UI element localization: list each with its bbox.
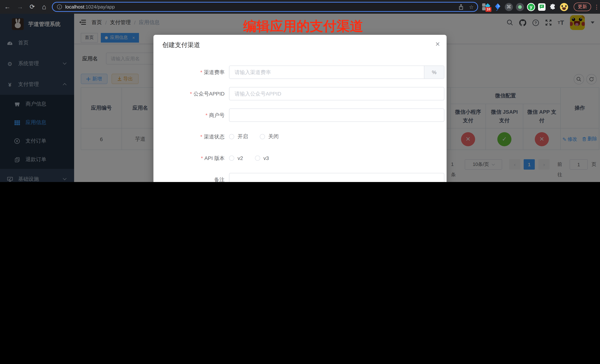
url-text[interactable]: localhost:1024/pay/app <box>65 4 115 10</box>
extension-kite-icon[interactable] <box>493 3 502 11</box>
api-version-label: *API 版本 <box>153 151 225 165</box>
status-radio-open[interactable]: 开启 <box>229 133 248 140</box>
appid-label: *公众号APPID <box>153 87 225 100</box>
rate-suffix: % <box>424 66 444 79</box>
extension-chat-icon[interactable] <box>538 3 545 10</box>
app-region: 芋道管理系统 首页 ⚙ 系统管理 ¥ 支付管理 <box>0 14 600 182</box>
browser-home-icon[interactable]: ⌂ <box>39 0 49 14</box>
extension-green-dot-icon[interactable] <box>516 3 524 11</box>
api-radio-v2[interactable]: v2 <box>229 155 243 161</box>
merchant-input[interactable] <box>229 109 444 122</box>
share-icon[interactable] <box>459 4 464 10</box>
profile-avatar-icon[interactable] <box>560 3 568 11</box>
rate-input[interactable] <box>229 66 424 79</box>
rate-label: *渠道费率 <box>153 65 225 79</box>
create-payment-channel-dialog: 创建支付渠道 × *渠道费率 % *公众号APPID *商户号 *渠道状态 <box>153 35 447 182</box>
site-info-icon[interactable]: i <box>57 4 62 9</box>
extension-blue-diamond-icon[interactable]: 10 <box>482 3 490 11</box>
url-bar[interactable]: i localhost:1024/pay/app ☆ <box>52 2 478 12</box>
remark-label: 备注 <box>153 173 225 182</box>
merchant-label: *商户号 <box>153 109 225 122</box>
extension-y-icon[interactable]: y <box>527 3 535 11</box>
browser-back-icon[interactable]: ← <box>2 0 13 14</box>
browser-update-button[interactable]: 更新 <box>574 3 591 11</box>
radio-circle-icon <box>255 155 260 161</box>
status-label: *渠道状态 <box>153 130 225 143</box>
extensions-puzzle-icon[interactable] <box>548 3 557 11</box>
appid-input[interactable] <box>229 87 444 100</box>
api-radio-v3[interactable]: v3 <box>255 155 269 161</box>
dialog-close-icon[interactable]: × <box>435 40 440 48</box>
browser-reload-icon[interactable]: ⟳ <box>27 0 38 14</box>
bookmark-star-icon[interactable]: ☆ <box>469 4 474 10</box>
screen: ← → ⟳ ⌂ i localhost:1024/pay/app ☆ 10 ⌘ <box>0 0 600 182</box>
radio-circle-icon <box>229 155 234 161</box>
radio-circle-icon <box>260 134 265 139</box>
dialog-title: 创建支付渠道 <box>162 41 200 49</box>
browser-menu-icon[interactable]: ⋮ <box>594 0 600 14</box>
radio-circle-icon <box>229 134 234 139</box>
annotation-title: 编辑应用的支付渠道 <box>243 18 363 36</box>
remark-input[interactable] <box>229 173 444 182</box>
extension-icons: 10 ⌘ y <box>482 0 568 14</box>
extension-badge: 10 <box>486 7 491 12</box>
browser-toolbar: ← → ⟳ ⌂ i localhost:1024/pay/app ☆ 10 ⌘ <box>0 0 600 14</box>
browser-forward-icon[interactable]: → <box>15 0 25 14</box>
extension-command-icon[interactable]: ⌘ <box>505 3 513 11</box>
status-radio-closed[interactable]: 关闭 <box>260 133 279 140</box>
rate-input-group: % <box>229 65 444 79</box>
